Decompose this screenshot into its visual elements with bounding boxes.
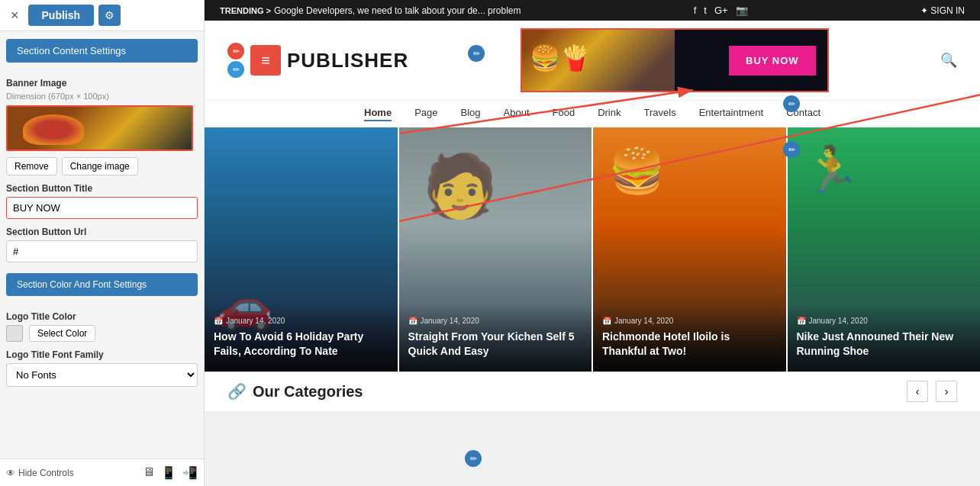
nav-page[interactable]: Page (414, 107, 437, 121)
site-nav: Home Page Blog About Food Drink Travels … (205, 100, 980, 127)
article-title-1: How To Avoid 6 Holiday Party Fails, Acco… (214, 330, 388, 359)
categories-icon: 🔗 (227, 382, 247, 401)
twitter-icon[interactable]: t (704, 5, 707, 16)
close-button[interactable]: × (6, 6, 24, 25)
article-card-1[interactable]: 🚗 📅 January 14, 2020 How To Avoid 6 Holi… (205, 127, 399, 372)
article-date-1: 📅 January 14, 2020 (214, 317, 388, 325)
banner-image-preview (6, 105, 193, 151)
google-plus-icon[interactable]: G+ (714, 5, 728, 16)
trending-area: TRENDING > Google Developers, we need to… (220, 5, 521, 16)
section-button-title-input[interactable] (6, 197, 198, 219)
mobile-icon[interactable]: 📲 (182, 465, 198, 480)
calendar-icon-3: 📅 (602, 317, 611, 325)
banner-dim-label: Dimension (670px × 100px) (6, 92, 198, 101)
section-button-title-label: Section Button Title (6, 183, 198, 194)
nav-food[interactable]: Food (553, 107, 575, 121)
sign-in[interactable]: ✦ SIGN IN (920, 5, 965, 16)
nav-about[interactable]: About (504, 107, 530, 121)
font-family-select[interactable]: No Fonts (6, 363, 198, 387)
facebook-icon[interactable]: f (694, 5, 697, 16)
section-content-settings-button[interactable]: Section Content Settings (6, 39, 198, 63)
categories-prev-button[interactable]: ‹ (907, 381, 928, 402)
categories-label: Our Categories (253, 383, 363, 401)
pencil-badge-1[interactable]: ✏ (783, 95, 800, 112)
left-panel: × Publish ⚙ Section Content Settings Ban… (0, 0, 205, 486)
search-icon[interactable]: 🔍 (940, 52, 957, 69)
top-bar: × Publish ⚙ (0, 0, 204, 31)
article-title-4: Nike Just Announed Their New Running Sho… (797, 330, 972, 359)
site-header: ✏ ✏ ≡ PUBLISHER BUY NOW 🔍 (205, 21, 980, 100)
categories-next-button[interactable]: › (936, 381, 957, 402)
tablet-icon[interactable]: 📱 (161, 465, 176, 480)
site-topbar: TRENDING > Google Developers, we need to… (205, 0, 980, 21)
panel-bottom: 👁 Hide Controls 🖥 📱 📲 (0, 459, 204, 486)
article-card-2[interactable]: 🧑 📅 January 14, 2020 Straight From Your … (399, 127, 594, 372)
section-button-url-input[interactable] (6, 240, 198, 262)
panel-content: Section Content Settings Banner Image Di… (0, 31, 204, 459)
section-color-font-button[interactable]: Section Color And Font Settings (6, 273, 198, 296)
banner-image-label: Banner Image (6, 78, 198, 89)
article-overlay-4: 📅 January 14, 2020 Nike Just Announed Th… (788, 304, 981, 372)
pencil-badge-4[interactable]: ✏ (465, 450, 482, 467)
burger-thumbnail (8, 107, 192, 150)
article-date-2: 📅 January 14, 2020 (408, 317, 583, 325)
instagram-icon[interactable]: 📷 (736, 5, 748, 16)
remove-button[interactable]: Remove (6, 157, 57, 175)
section-button-url-label: Section Button Url (6, 227, 198, 237)
article-card-4[interactable]: 🏃 📅 January 14, 2020 Nike Just Announed … (788, 127, 981, 372)
nav-entertainment[interactable]: Entertaintment (699, 107, 764, 121)
nav-blog[interactable]: Blog (461, 107, 481, 121)
article-overlay-2: 📅 January 14, 2020 Straight From Your Ki… (399, 304, 592, 372)
color-swatch[interactable] (6, 325, 23, 342)
logo-title-color-label: Logo Title Color (6, 311, 198, 322)
calendar-icon-1: 📅 (214, 317, 223, 325)
image-action-row: Remove Change image (6, 157, 198, 175)
articles-grid: 🚗 📅 January 14, 2020 How To Avoid 6 Holi… (205, 127, 980, 372)
categories-nav: ‹ › (907, 381, 957, 402)
logo-box: ≡ (250, 45, 281, 76)
calendar-icon-4: 📅 (797, 317, 806, 325)
categories-bar: 🔗 Our Categories ‹ › (205, 372, 980, 411)
trending-label: TRENDING > (220, 6, 271, 15)
article-title-2: Straight From Your Kichen Self 5 Quick A… (408, 330, 583, 359)
article-date-4: 📅 January 14, 2020 (797, 317, 972, 325)
nav-home[interactable]: Home (364, 107, 392, 121)
article-title-3: Richmonde Hotel Iloilo is Thankful at Tw… (602, 330, 777, 359)
nav-travels[interactable]: Travels (644, 107, 676, 121)
banner-img: BUY NOW (522, 30, 827, 91)
pencil-badge-2[interactable]: ✏ (783, 141, 800, 158)
nav-drink[interactable]: Drink (598, 107, 621, 121)
eye-icon: 👁 (6, 468, 15, 478)
change-image-button[interactable]: Change image (62, 157, 138, 175)
logo-text: PUBLISHER (287, 49, 408, 72)
article-overlay-3: 📅 January 14, 2020 Richmonde Hotel Iloil… (593, 304, 786, 372)
pencil-badge-3[interactable]: ✏ (468, 45, 485, 62)
desktop-icon[interactable]: 🖥 (143, 465, 155, 480)
logo-icon-1: ✏ (227, 43, 244, 60)
banner-food-image (522, 30, 675, 91)
select-color-button[interactable]: Select Color (29, 325, 95, 342)
device-icons: 🖥 📱 📲 (143, 465, 198, 480)
hide-controls-label: Hide Controls (18, 468, 74, 478)
hide-controls[interactable]: 👁 Hide Controls (6, 468, 74, 478)
color-row: Select Color (6, 325, 198, 342)
banner-area: BUY NOW (521, 28, 829, 92)
categories-title: 🔗 Our Categories (227, 382, 363, 401)
main-content: TRENDING > Google Developers, we need to… (205, 0, 980, 486)
buy-now-button[interactable]: BUY NOW (729, 46, 816, 76)
gear-button[interactable]: ⚙ (98, 5, 121, 26)
trending-text: Google Developers, we need to talk about… (274, 5, 521, 16)
logo-area: ✏ ✏ ≡ PUBLISHER (227, 43, 408, 78)
article-date-3: 📅 January 14, 2020 (602, 317, 777, 325)
publish-button[interactable]: Publish (28, 5, 95, 26)
logo-icons: ✏ ✏ (227, 43, 244, 78)
logo-icon-2: ✏ (227, 61, 244, 78)
logo-title-font-label: Logo Title Font Family (6, 349, 198, 360)
social-icons: f t G+ 📷 (694, 5, 748, 16)
article-overlay-1: 📅 January 14, 2020 How To Avoid 6 Holida… (205, 304, 398, 372)
article-card-3[interactable]: 🍔 📅 January 14, 2020 Richmonde Hotel Ilo… (593, 127, 788, 372)
calendar-icon-2: 📅 (408, 317, 417, 325)
